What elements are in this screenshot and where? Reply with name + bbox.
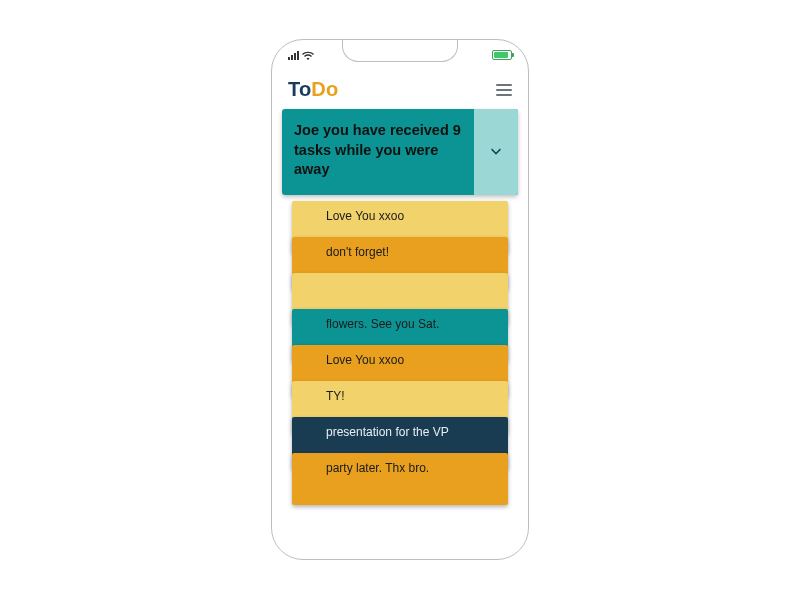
task-text: party later. Thx bro. <box>326 461 498 477</box>
task-text: Love You xxoo <box>326 209 498 225</box>
wifi-icon <box>302 51 314 60</box>
phone-frame: ToDo Joe you have received 9 tasks while… <box>271 39 529 560</box>
cellular-signal-icon <box>288 51 299 60</box>
task-text: TY! <box>326 389 498 405</box>
task-text: presentation for the VP <box>326 425 498 441</box>
logo-part-2: Do <box>311 78 338 100</box>
task-card[interactable]: party later. Thx bro. <box>292 453 508 505</box>
logo-part-1: To <box>288 78 311 100</box>
app-logo: ToDo <box>288 78 338 101</box>
battery-icon <box>492 50 512 60</box>
task-text: Love You xxoo <box>326 353 498 369</box>
phone-notch <box>342 40 458 62</box>
app-screen: ToDo Joe you have received 9 tasks while… <box>272 68 528 559</box>
status-bar-left <box>288 51 314 60</box>
hamburger-menu-icon[interactable] <box>496 84 512 96</box>
task-text: don't forget! <box>326 245 498 261</box>
notification-message: Joe you have received 9 tasks while you … <box>282 109 474 195</box>
notification-banner: Joe you have received 9 tasks while you … <box>282 109 518 195</box>
chevron-down-icon <box>489 145 503 159</box>
status-bar-right <box>492 50 512 60</box>
app-top-bar: ToDo <box>272 68 528 109</box>
task-stack: Love You xxoodon't forget!flowers. See y… <box>282 201 518 531</box>
banner-expand-button[interactable] <box>474 109 518 195</box>
task-text: flowers. See you Sat. <box>326 317 498 333</box>
